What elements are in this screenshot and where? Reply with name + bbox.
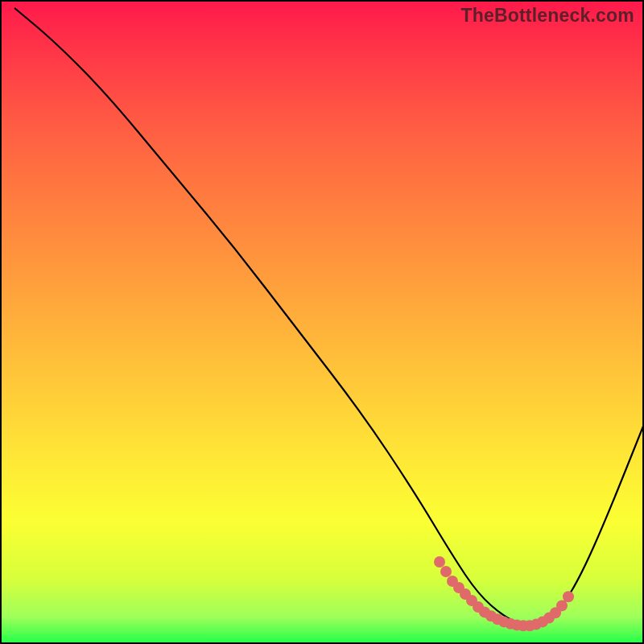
highlight-dots-group	[434, 556, 574, 631]
highlight-dot	[440, 566, 452, 577]
highlight-dot	[556, 600, 568, 611]
highlight-dot	[434, 556, 445, 568]
main-curve-path	[14, 8, 644, 625]
chart-svg	[2, 2, 644, 644]
chart-frame: TheBottleneck.com	[0, 0, 644, 644]
highlight-dot	[563, 591, 574, 602]
